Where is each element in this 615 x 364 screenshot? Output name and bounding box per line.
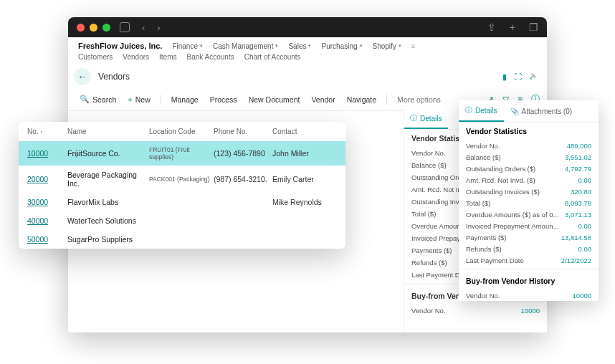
- stat-value[interactable]: 320.84: [571, 188, 591, 196]
- hist-value[interactable]: 10000: [521, 307, 540, 315]
- vendor-no-link[interactable]: 10000: [27, 149, 67, 158]
- bookmark-icon[interactable]: ▮: [502, 72, 507, 82]
- stat-value[interactable]: 2/12/2022: [561, 257, 591, 264]
- row-menu-icon[interactable]: ⋮: [72, 150, 81, 157]
- subnav-bank[interactable]: Bank Accounts: [187, 53, 234, 61]
- details-flyout: ⓘDetails 📎Attachments (0) Vendor Statist…: [459, 100, 599, 301]
- back-button[interactable]: ←: [74, 68, 91, 85]
- hist-value[interactable]: 10000: [573, 292, 591, 300]
- phone-no: (123) 456-7890: [214, 149, 272, 158]
- stat-label: Vendor No.: [411, 149, 446, 157]
- col-location[interactable]: Location Code: [149, 128, 214, 135]
- hist-label: Vendor No.: [411, 307, 446, 315]
- subnav-customers[interactable]: Customers: [78, 53, 113, 61]
- share-icon[interactable]: ⇪: [487, 21, 496, 33]
- location-code: FRUIT01 (Fruit supplies): [149, 146, 214, 161]
- vendor-no-link[interactable]: 30000: [27, 198, 67, 206]
- stat-value[interactable]: 8,093.78: [565, 199, 591, 207]
- stat-value[interactable]: 4,792.79: [565, 165, 591, 173]
- navigate-button[interactable]: Navigate: [343, 93, 381, 106]
- new-button[interactable]: +New: [123, 93, 154, 106]
- col-phone[interactable]: Phone No.: [214, 128, 272, 135]
- tab-details[interactable]: ⓘDetails: [404, 109, 448, 129]
- stat-label: Balance ($): [466, 153, 501, 161]
- sidebar-toggle-icon[interactable]: [120, 22, 130, 32]
- chevron-down-icon: ▾: [399, 43, 401, 49]
- flyout-section-history: Buy-from Vendor History: [459, 272, 599, 289]
- popout-icon[interactable]: ⛶: [514, 72, 522, 82]
- vendor-button[interactable]: Vendor: [307, 93, 339, 106]
- window-close-icon[interactable]: [77, 24, 85, 32]
- stat-label: Refunds ($): [411, 259, 447, 267]
- info-icon: ⓘ: [465, 105, 472, 115]
- vendor-no-link[interactable]: 40000: [27, 216, 67, 225]
- list-header: No.↑ Name Location Code Phone No. Contac…: [19, 122, 345, 141]
- vendor-no-link[interactable]: 20000: [27, 175, 67, 183]
- table-row[interactable]: 40000WaterTech Solutions: [19, 211, 345, 230]
- process-button[interactable]: Process: [206, 93, 242, 106]
- stat-row: Overdue Amounts ($) as of 0...3,071.13: [459, 209, 599, 220]
- topnav-cash[interactable]: Cash Management▾: [213, 42, 279, 50]
- stat-label: Overdue Amounts ($) as of 0...: [466, 211, 558, 219]
- table-row[interactable]: 20000Beverage Packaging Inc.PACK001 (Pac…: [19, 166, 345, 193]
- titlebar: ‹ › ⇪ + ❐: [68, 17, 547, 37]
- topnav-shopify[interactable]: Shopify▾: [373, 42, 401, 50]
- vendor-name: Beverage Packaging Inc.: [67, 171, 149, 188]
- chevron-down-icon: ▾: [275, 43, 278, 49]
- plus-icon[interactable]: +: [510, 21, 515, 33]
- table-row[interactable]: 30000FlavorMix LabsMike Reynolds: [19, 193, 345, 211]
- stat-value[interactable]: 13,814.58: [561, 234, 591, 241]
- search-icon: 🔍: [80, 95, 90, 104]
- subnav-coa[interactable]: Chart of Accounts: [244, 53, 301, 61]
- flyout-section-stats: Vendor Statistics: [459, 123, 599, 140]
- stat-value[interactable]: 0.00: [578, 176, 592, 184]
- col-no[interactable]: No.↑: [27, 128, 67, 135]
- stat-label: Vendor No.: [466, 142, 500, 150]
- stat-value[interactable]: 3,071.13: [565, 211, 591, 219]
- chevron-down-icon: ▾: [360, 43, 363, 49]
- stat-value[interactable]: 3,551.02: [565, 153, 591, 161]
- nav-forward-icon[interactable]: ›: [157, 22, 160, 33]
- subnav-items[interactable]: Items: [159, 53, 176, 61]
- tabs-icon[interactable]: ❐: [529, 21, 538, 33]
- topnav-menu-icon[interactable]: ≡: [411, 42, 416, 50]
- manage-button[interactable]: Manage: [167, 93, 203, 106]
- stat-value[interactable]: 489,000: [567, 142, 591, 150]
- topnav-sales[interactable]: Sales▾: [288, 42, 311, 50]
- stat-label: Balance ($): [411, 161, 447, 169]
- more-options[interactable]: More options: [393, 93, 445, 106]
- stat-label: Refunds ($): [466, 245, 502, 253]
- topnav-purchasing[interactable]: Purchasing▾: [321, 42, 362, 50]
- vendor-no-link[interactable]: 50000: [27, 235, 67, 244]
- search-button[interactable]: 🔍Search: [75, 92, 120, 106]
- newdoc-button[interactable]: New Document: [244, 93, 305, 106]
- contact: Emily Carter: [272, 175, 337, 183]
- company-name: FreshFlow Juices, Inc.: [78, 42, 162, 50]
- col-contact[interactable]: Contact: [272, 128, 337, 135]
- table-row[interactable]: 50000SugarPro Suppliers: [19, 230, 345, 249]
- stat-row: Refunds ($)0.00: [459, 243, 599, 254]
- window-minimize-icon[interactable]: [90, 24, 97, 32]
- stat-value[interactable]: 0.00: [578, 222, 592, 230]
- nav-back-icon[interactable]: ‹: [142, 22, 145, 33]
- chevron-down-icon: ▾: [200, 43, 203, 49]
- col-name[interactable]: Name: [67, 128, 149, 135]
- subnav-vendors[interactable]: Vendors: [123, 53, 149, 61]
- hist-row: Vendor No.10000: [404, 305, 547, 317]
- topnav-finance[interactable]: Finance▾: [172, 42, 203, 50]
- stat-row: Outstanding Orders ($)4,792.79: [459, 163, 599, 174]
- window-zoom-icon[interactable]: [102, 24, 110, 32]
- table-row[interactable]: 10000⋮FruitSource Co.FRUIT01 (Fruit supp…: [19, 141, 345, 166]
- stat-label: Payments ($): [411, 246, 452, 254]
- phone-no: (987) 654-3210.: [214, 175, 272, 183]
- stat-label: Total ($): [411, 210, 436, 218]
- stat-value[interactable]: 0.00: [578, 245, 592, 253]
- flyout-tab-details[interactable]: ⓘDetails: [459, 100, 504, 122]
- stat-row: Total ($)8,093.78: [459, 197, 599, 209]
- stat-row: Outstanding Invoices ($)320.84: [459, 186, 599, 197]
- stat-label: Last Payment Date: [466, 257, 524, 264]
- contact: Mike Reynolds: [272, 198, 337, 206]
- edit-icon[interactable]: ✎: [530, 72, 537, 81]
- stat-label: Total ($): [466, 199, 490, 207]
- flyout-tab-attachments[interactable]: 📎Attachments (0): [504, 100, 579, 122]
